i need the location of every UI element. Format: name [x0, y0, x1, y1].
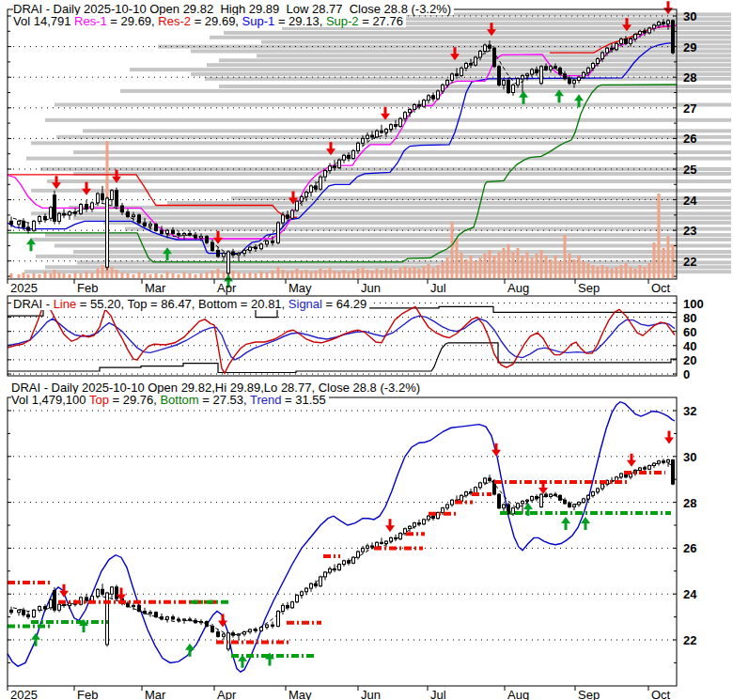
header-text-segment: = 31.55: [281, 393, 325, 407]
svg-text:26: 26: [683, 541, 696, 555]
svg-text:Oct: Oct: [651, 688, 671, 700]
header-text-segment: Sup-1: [242, 14, 275, 28]
header-text-segment: Vol 14,791: [13, 14, 74, 28]
svg-text:Mar: Mar: [145, 688, 166, 700]
svg-text:Sep: Sep: [578, 281, 600, 295]
svg-text:27: 27: [683, 101, 696, 116]
header-text-segment: Res-2: [158, 14, 191, 28]
header-text-segment: Trend: [250, 393, 281, 407]
svg-text:28: 28: [683, 496, 696, 510]
svg-text:30: 30: [683, 9, 696, 23]
svg-text:60: 60: [683, 325, 696, 339]
svg-text:20: 20: [683, 353, 696, 367]
svg-text:22: 22: [683, 633, 696, 647]
svg-text:Apr: Apr: [217, 281, 237, 295]
svg-text:Sep: Sep: [578, 688, 600, 700]
svg-text:Jun: Jun: [361, 281, 381, 295]
svg-text:29: 29: [683, 40, 696, 54]
header-text-segment: Signal: [289, 297, 322, 311]
header-text-segment: = 27.53,: [199, 393, 250, 407]
svg-text:23: 23: [683, 224, 696, 238]
header-text-segment: Line: [54, 297, 77, 311]
svg-text:Aug: Aug: [507, 688, 529, 700]
svg-text:Jul: Jul: [430, 688, 446, 700]
svg-text:24: 24: [683, 194, 697, 208]
panel3-header-line2: Vol 1,479,100 Top = 29.76, Bottom = 27.5…: [11, 394, 329, 406]
svg-text:Jun: Jun: [361, 688, 381, 700]
header-text-segment: DRAI -: [13, 297, 54, 311]
header-text-segment: = 27.76: [359, 14, 403, 28]
svg-text:28: 28: [683, 70, 696, 85]
svg-text:Apr: Apr: [217, 688, 237, 700]
header-text-segment: = 64.29: [322, 297, 366, 311]
svg-text:26: 26: [683, 132, 696, 146]
svg-text:22: 22: [683, 255, 696, 269]
header-text-segment: = 29.69,: [107, 14, 159, 28]
header-text-segment: Sup-2: [326, 14, 359, 28]
svg-text:2025: 2025: [10, 281, 38, 295]
svg-text:40: 40: [683, 339, 696, 353]
svg-text:80: 80: [683, 311, 696, 325]
chart-canvas: 3029282726252423222025FebMarAprMayJunJul…: [0, 0, 733, 700]
header-text-segment: Bottom: [160, 393, 198, 407]
header-text-segment: = 29.69,: [191, 14, 242, 28]
svg-text:May: May: [289, 281, 312, 295]
header-text-segment: Top: [89, 393, 109, 407]
header-text-segment: = 55.20, Top = 86.47, Bottom = 20.81,: [76, 297, 289, 311]
svg-text:32: 32: [683, 404, 696, 418]
header-text-segment: = 29.76,: [109, 393, 161, 407]
svg-text:Feb: Feb: [77, 281, 98, 295]
svg-text:Jul: Jul: [430, 281, 446, 295]
svg-text:100: 100: [683, 297, 704, 311]
svg-text:Oct: Oct: [651, 281, 671, 295]
panel1-header-line2: Vol 14,791 Res-1 = 29.69, Res-2 = 29.69,…: [13, 15, 406, 27]
stock-chart-window: 3029282726252423222025FebMarAprMayJunJul…: [0, 0, 733, 700]
svg-text:30: 30: [683, 450, 696, 464]
svg-text:25: 25: [683, 163, 696, 177]
svg-text:Mar: Mar: [145, 281, 166, 295]
panel2-header: DRAI - Line = 55.20, Top = 86.47, Bottom…: [13, 298, 369, 310]
svg-text:2025: 2025: [10, 688, 38, 700]
svg-text:Aug: Aug: [507, 281, 529, 295]
svg-text:24: 24: [683, 587, 697, 601]
svg-text:May: May: [289, 688, 312, 700]
svg-text:0: 0: [683, 367, 690, 381]
svg-text:Feb: Feb: [77, 688, 98, 700]
header-text-segment: Vol 1,479,100: [11, 393, 89, 407]
header-text-segment: Res-1: [74, 14, 107, 28]
header-text-segment: = 29.13,: [274, 14, 326, 28]
